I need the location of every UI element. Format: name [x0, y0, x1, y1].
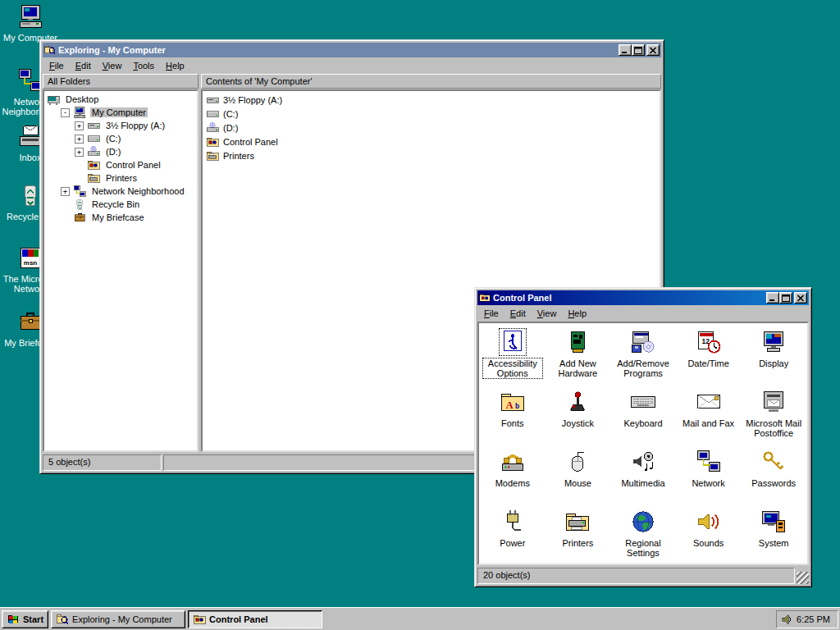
applet-label: Keyboard — [623, 418, 663, 428]
menu-tools[interactable]: Tools — [127, 59, 160, 73]
applet-modems[interactable]: Modems — [480, 445, 546, 505]
applet-add-remove-programs[interactable]: Add/Remove Programs — [610, 326, 676, 386]
display-icon — [760, 329, 787, 355]
applet-display[interactable]: Display — [741, 326, 806, 386]
desktop-icon — [47, 93, 60, 106]
tree-item-recycle-bin[interactable]: Recycle Bin — [44, 198, 197, 211]
list-item-label: Printers — [223, 151, 254, 161]
applet-network[interactable]: Network — [676, 445, 742, 505]
menu-file[interactable]: File — [43, 59, 70, 73]
accessibility-icon — [500, 329, 526, 355]
menu-view[interactable]: View — [532, 307, 563, 321]
control-panel-menubar: FileEditViewHelp — [477, 306, 809, 322]
close-icon[interactable] — [646, 44, 660, 56]
taskbar-button-label: Control Panel — [209, 614, 268, 624]
expand-icon[interactable]: + — [75, 135, 84, 144]
hard-drive-icon — [87, 132, 100, 145]
list-item-d[interactable]: (D:) — [204, 121, 658, 135]
applet-power[interactable]: Power — [480, 505, 546, 565]
menu-help[interactable]: Help — [160, 59, 190, 73]
svg-text:msn: msn — [24, 259, 38, 267]
list-item-c[interactable]: (C:) — [204, 107, 658, 121]
applet-joystick[interactable]: Joystick — [546, 386, 611, 445]
collapse-icon[interactable]: - — [61, 108, 70, 117]
tree-item-c[interactable]: +(C:) — [44, 132, 197, 145]
list-item-printers[interactable]: Printers — [204, 148, 658, 162]
expand-icon[interactable]: + — [61, 187, 70, 196]
applet-system[interactable]: System — [741, 505, 806, 565]
tree-item-label: My Computer — [90, 107, 148, 117]
explorer-app-icon — [56, 613, 69, 626]
taskbar-button-control-panel[interactable]: Control Panel — [188, 610, 322, 628]
applet-fonts[interactable]: AbFonts — [480, 386, 546, 445]
tree-item-3-floppy-a[interactable]: +3½ Floppy (A:) — [44, 119, 197, 132]
briefcase-icon — [73, 211, 86, 224]
applet-microsoft-mail-postoffice[interactable]: Microsoft Mail Postoffice — [741, 386, 806, 445]
tree-item-label: Desktop — [64, 94, 100, 104]
applet-label: Display — [758, 358, 789, 368]
passwords-icon — [760, 449, 787, 475]
tree-item-desktop[interactable]: Desktop — [44, 93, 197, 106]
applet-sounds[interactable]: Sounds — [676, 505, 742, 565]
applet-date-time[interactable]: 12Date/Time — [676, 326, 742, 386]
tree-item-my-briefcase[interactable]: My Briefcase — [44, 211, 197, 224]
hard-drive-icon — [206, 107, 219, 121]
list-item-label: (D:) — [223, 123, 238, 133]
list-item-3-floppy-a[interactable]: 3½ Floppy (A:) — [204, 93, 658, 107]
applet-label: Network — [691, 478, 725, 488]
expand-icon[interactable]: + — [75, 121, 84, 130]
tree-item-network-neighborhood[interactable]: +Network Neighborhood — [44, 185, 197, 198]
list-item-control-panel[interactable]: Control Panel — [204, 135, 658, 148]
printer-icon — [564, 509, 591, 535]
tree-item-label: Network Neighborhood — [90, 186, 186, 196]
applet-accessibility-options[interactable]: Accessibility Options — [480, 326, 546, 386]
applet-label: Fonts — [500, 418, 525, 428]
contents-header: Contents of 'My Computer' — [201, 74, 661, 89]
menu-help[interactable]: Help — [562, 307, 592, 321]
start-button[interactable]: Start — [2, 610, 48, 628]
resize-grip[interactable] — [797, 572, 809, 584]
menu-edit[interactable]: Edit — [504, 307, 532, 321]
tree-item-label: My Briefcase — [90, 212, 146, 222]
control-panel-window-title: Control Panel — [493, 293, 764, 303]
applet-mouse[interactable]: Mouse — [546, 445, 611, 505]
applet-printers[interactable]: Printers — [546, 505, 611, 565]
list-item-label: 3½ Floppy (A:) — [223, 95, 282, 105]
maximize-icon[interactable] — [779, 292, 792, 304]
desktop-icon-my-computer[interactable]: My Computer — [2, 3, 59, 43]
menu-edit[interactable]: Edit — [70, 59, 97, 73]
applet-label: Date/Time — [687, 358, 729, 368]
desktop-icon-label: Inbox — [20, 153, 42, 162]
applet-mail-and-fax[interactable]: Mail and Fax — [676, 386, 742, 445]
multimedia-icon — [630, 449, 656, 475]
volume-icon[interactable] — [780, 613, 793, 626]
applet-label: Passwords — [751, 478, 797, 488]
applet-add-new-hardware[interactable]: Add New Hardware — [546, 326, 611, 386]
taskbar-button-label: Exploring - My Computer — [72, 614, 172, 624]
desktop[interactable]: My ComputerNetwork NeighborhoodInboxRecy… — [0, 0, 840, 630]
menu-view[interactable]: View — [97, 59, 128, 73]
minimize-icon[interactable] — [766, 292, 779, 304]
applet-grid: Accessibility OptionsAdd New HardwareAdd… — [479, 323, 807, 565]
explorer-titlebar[interactable]: Exploring - My Computer — [43, 43, 661, 57]
tree-item-d[interactable]: +(D:) — [44, 145, 197, 158]
control-panel-titlebar[interactable]: Control Panel — [477, 290, 809, 305]
menu-file[interactable]: File — [478, 307, 504, 321]
applet-passwords[interactable]: Passwords — [741, 445, 806, 505]
taskbar-button-exploring-my-computer[interactable]: Exploring - My Computer — [51, 610, 185, 628]
expand-icon[interactable]: + — [75, 148, 84, 157]
tree-item-my-computer[interactable]: -My Computer — [44, 106, 197, 119]
applet-label: Printers — [561, 538, 594, 548]
close-icon[interactable] — [794, 292, 807, 304]
applet-label: System — [758, 538, 790, 548]
tree-item-printers[interactable]: Printers — [44, 171, 197, 185]
applet-multimedia[interactable]: Multimedia — [610, 445, 676, 505]
cd-drive-icon — [206, 121, 219, 135]
tree-item-control-panel[interactable]: Control Panel — [44, 158, 197, 171]
applet-keyboard[interactable]: Keyboard — [610, 386, 676, 445]
recycle-bin-icon — [73, 198, 86, 211]
folder-tree: Desktop-My Computer+3½ Floppy (A:)+(C:)+… — [43, 89, 199, 452]
applet-regional-settings[interactable]: Regional Settings — [610, 505, 676, 565]
minimize-icon[interactable] — [619, 44, 632, 56]
maximize-icon[interactable] — [632, 44, 645, 56]
